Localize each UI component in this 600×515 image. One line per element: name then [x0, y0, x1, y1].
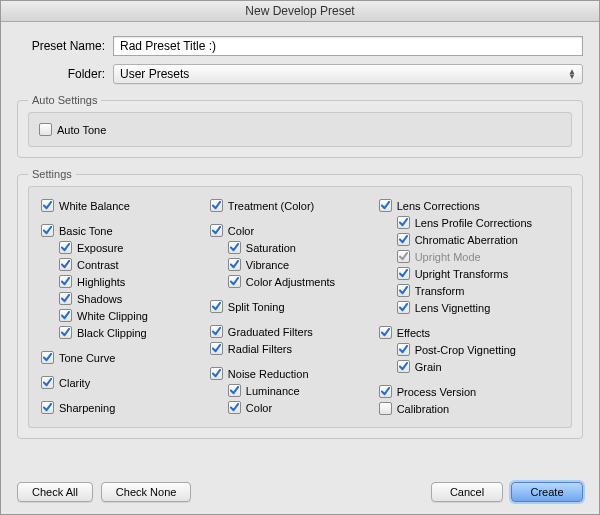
upright-transforms-checkbox[interactable]: Upright Transforms: [397, 265, 559, 282]
checkbox-icon: [379, 326, 392, 339]
button-label: Cancel: [450, 486, 484, 498]
checkbox-icon: [41, 376, 54, 389]
checkbox-icon: [210, 367, 223, 380]
clarity-checkbox[interactable]: Clarity: [41, 374, 198, 391]
checkbox-label: Lens Vignetting: [415, 302, 491, 314]
checkbox-icon: [228, 384, 241, 397]
dialog-footer: Check All Check None Cancel Create: [17, 482, 583, 502]
checkbox-label: Post-Crop Vignetting: [415, 344, 516, 356]
lens-corrections-checkbox[interactable]: Lens Corrections: [379, 197, 559, 214]
tone-curve-checkbox[interactable]: Tone Curve: [41, 349, 198, 366]
auto-settings-legend: Auto Settings: [28, 94, 101, 106]
radial-filters-checkbox[interactable]: Radial Filters: [210, 340, 367, 357]
checkbox-icon: [210, 342, 223, 355]
folder-select-value: User Presets: [120, 67, 189, 81]
checkbox-icon: [397, 360, 410, 373]
process-version-checkbox[interactable]: Process Version: [379, 383, 559, 400]
checkbox-icon: [39, 123, 52, 136]
chromatic-aberration-checkbox[interactable]: Chromatic Aberration: [397, 231, 559, 248]
basic-tone-checkbox[interactable]: Basic Tone: [41, 222, 198, 239]
checkbox-label: Noise Reduction: [228, 368, 309, 380]
post-crop-vignetting-checkbox[interactable]: Post-Crop Vignetting: [397, 341, 559, 358]
grain-checkbox[interactable]: Grain: [397, 358, 559, 375]
dialog-content: Preset Name: Folder: User Presets ▲▼ Aut…: [1, 22, 599, 459]
transform-checkbox[interactable]: Transform: [397, 282, 559, 299]
exposure-checkbox[interactable]: Exposure: [59, 239, 198, 256]
checkbox-label: Chromatic Aberration: [415, 234, 518, 246]
checkbox-label: Color Adjustments: [246, 276, 335, 288]
checkbox-label: Upright Mode: [415, 251, 481, 263]
right-buttons: Cancel Create: [431, 482, 583, 502]
checkbox-icon: [379, 402, 392, 415]
checkbox-label: Sharpening: [59, 402, 115, 414]
cancel-button[interactable]: Cancel: [431, 482, 503, 502]
checkbox-label: Black Clipping: [77, 327, 147, 339]
noise-reduction-checkbox[interactable]: Noise Reduction: [210, 365, 367, 382]
lens-profile-corrections-checkbox[interactable]: Lens Profile Corrections: [397, 214, 559, 231]
color-nr-checkbox[interactable]: Color: [228, 399, 367, 416]
checkbox-icon: [59, 292, 72, 305]
checkbox-label: Upright Transforms: [415, 268, 509, 280]
checkbox-label: Transform: [415, 285, 465, 297]
folder-row: Folder: User Presets ▲▼: [17, 64, 583, 84]
checkbox-label: Contrast: [77, 259, 119, 271]
checkbox-icon: [210, 300, 223, 313]
vibrance-checkbox[interactable]: Vibrance: [228, 256, 367, 273]
button-label: Check All: [32, 486, 78, 498]
checkbox-icon: [397, 250, 410, 263]
checkbox-icon: [228, 401, 241, 414]
checkbox-label: Lens Profile Corrections: [415, 217, 532, 229]
split-toning-checkbox[interactable]: Split Toning: [210, 298, 367, 315]
auto-tone-checkbox[interactable]: Auto Tone: [39, 121, 561, 138]
contrast-checkbox[interactable]: Contrast: [59, 256, 198, 273]
calibration-checkbox[interactable]: Calibration: [379, 400, 559, 417]
checkbox-label: White Clipping: [77, 310, 148, 322]
sharpening-checkbox[interactable]: Sharpening: [41, 399, 198, 416]
checkbox-icon: [397, 343, 410, 356]
luminance-checkbox[interactable]: Luminance: [228, 382, 367, 399]
preset-name-label: Preset Name:: [17, 39, 113, 53]
checkbox-icon: [41, 351, 54, 364]
checkbox-icon: [41, 224, 54, 237]
window-titlebar: New Develop Preset: [1, 1, 599, 22]
checkbox-label: Process Version: [397, 386, 476, 398]
saturation-checkbox[interactable]: Saturation: [228, 239, 367, 256]
checkbox-label: Radial Filters: [228, 343, 292, 355]
white-clipping-checkbox[interactable]: White Clipping: [59, 307, 198, 324]
graduated-filters-checkbox[interactable]: Graduated Filters: [210, 323, 367, 340]
check-all-button[interactable]: Check All: [17, 482, 93, 502]
lens-vignetting-checkbox[interactable]: Lens Vignetting: [397, 299, 559, 316]
create-button[interactable]: Create: [511, 482, 583, 502]
checkbox-icon: [397, 233, 410, 246]
checkbox-icon: [228, 275, 241, 288]
shadows-checkbox[interactable]: Shadows: [59, 290, 198, 307]
updown-icon: ▲▼: [568, 69, 576, 79]
folder-select[interactable]: User Presets ▲▼: [113, 64, 583, 84]
checkbox-icon: [228, 241, 241, 254]
checkbox-icon: [379, 199, 392, 212]
white-balance-checkbox[interactable]: White Balance: [41, 197, 198, 214]
checkbox-icon: [59, 275, 72, 288]
checkbox-label: Vibrance: [246, 259, 289, 271]
checkbox-icon: [397, 284, 410, 297]
checkbox-icon: [59, 241, 72, 254]
checkbox-label: Color: [228, 225, 254, 237]
preset-name-input[interactable]: [113, 36, 583, 56]
checkbox-icon: [397, 301, 410, 314]
settings-col-2: Treatment (Color) Color Saturation Vibra…: [210, 197, 367, 417]
button-label: Create: [530, 486, 563, 498]
checkbox-icon: [59, 309, 72, 322]
checkbox-label: Tone Curve: [59, 352, 115, 364]
checkbox-label: Treatment (Color): [228, 200, 314, 212]
check-none-button[interactable]: Check None: [101, 482, 192, 502]
left-buttons: Check All Check None: [17, 482, 191, 502]
highlights-checkbox[interactable]: Highlights: [59, 273, 198, 290]
checkbox-label: Split Toning: [228, 301, 285, 313]
settings-col-3: Lens Corrections Lens Profile Correction…: [379, 197, 559, 417]
black-clipping-checkbox[interactable]: Black Clipping: [59, 324, 198, 341]
treatment-checkbox[interactable]: Treatment (Color): [210, 197, 367, 214]
color-adjustments-checkbox[interactable]: Color Adjustments: [228, 273, 367, 290]
color-checkbox[interactable]: Color: [210, 222, 367, 239]
effects-checkbox[interactable]: Effects: [379, 324, 559, 341]
checkbox-label: Highlights: [77, 276, 125, 288]
